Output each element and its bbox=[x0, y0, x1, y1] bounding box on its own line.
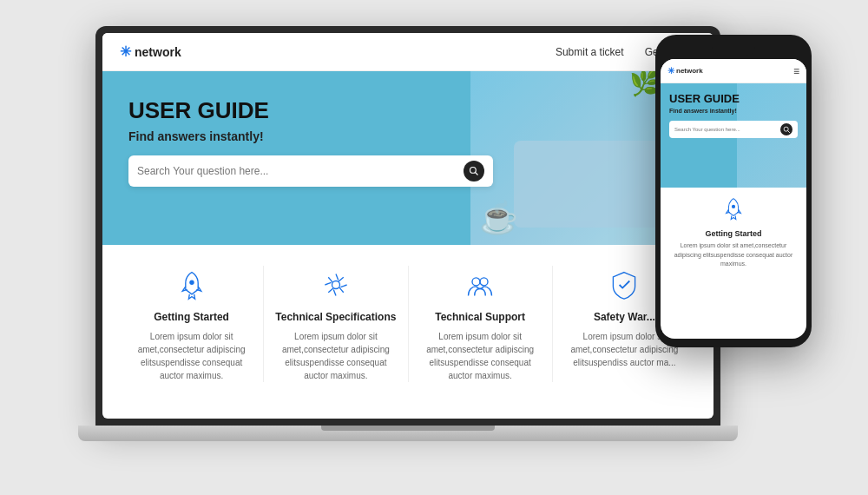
categories-section: Getting Started Lorem ipsum dolor sit am… bbox=[102, 245, 713, 403]
laptop-screen-outer: ✳ network Submit a ticket Get started 🌿 … bbox=[95, 26, 720, 426]
phone-logo: ✳ network bbox=[667, 66, 703, 76]
svg-point-3 bbox=[332, 281, 339, 289]
search-icon bbox=[469, 166, 479, 176]
cat-title-getting-started: Getting Started bbox=[128, 311, 254, 323]
laptop-screen-inner: ✳ network Submit a ticket Get started 🌿 … bbox=[102, 33, 713, 419]
phone-cat-title: Getting Started bbox=[669, 229, 798, 238]
cat-title-tech-specs: Technical Specifications bbox=[273, 311, 398, 323]
cat-desc-tech-support: Lorem ipsum dolor sit amet,consectetur a… bbox=[418, 330, 543, 382]
cat-title-tech-support: Technical Support bbox=[418, 311, 543, 323]
phone-category-getting-started: Getting Started Lorem ipsum dolor sit am… bbox=[661, 188, 806, 278]
phone-screen: ✳ network ≡ USER GUIDE Find answers inst… bbox=[661, 59, 806, 339]
svg-point-2 bbox=[189, 280, 194, 285]
svg-point-0 bbox=[470, 168, 477, 174]
svg-line-7 bbox=[787, 130, 789, 132]
hamburger-menu-button[interactable]: ≡ bbox=[793, 65, 799, 77]
phone-search-input[interactable] bbox=[674, 127, 780, 132]
gear-icon bbox=[273, 266, 398, 304]
svg-line-1 bbox=[476, 173, 478, 175]
site-logo: ✳ network bbox=[120, 43, 181, 60]
phone-logo-icon: ✳ bbox=[667, 66, 674, 76]
phone-hero: USER GUIDE Find answers instantly! bbox=[661, 83, 806, 188]
phone-nav: ✳ network ≡ bbox=[661, 59, 806, 83]
svg-point-6 bbox=[784, 127, 788, 131]
phone-hero-subtitle: Find answers instantly! bbox=[669, 108, 798, 114]
logo-icon: ✳ bbox=[120, 43, 131, 60]
search-bar bbox=[128, 155, 493, 187]
people-icon bbox=[418, 266, 543, 304]
category-getting-started: Getting Started Lorem ipsum dolor sit am… bbox=[120, 266, 264, 382]
phone-notch bbox=[712, 43, 755, 56]
phone-hero-title: USER GUIDE bbox=[669, 92, 798, 105]
phone-search-button[interactable] bbox=[780, 123, 792, 135]
scene: ✳ network Submit a ticket Get started 🌿 … bbox=[0, 0, 868, 495]
category-tech-support: Technical Support Lorem ipsum dolor sit … bbox=[409, 266, 553, 382]
phone-cat-desc: Lorem ipsum dolor sit amet,consectetur a… bbox=[669, 241, 798, 269]
search-button[interactable] bbox=[464, 161, 484, 182]
laptop-device: ✳ network Submit a ticket Get started 🌿 … bbox=[95, 26, 720, 469]
phone-logo-text: network bbox=[676, 67, 703, 75]
svg-point-8 bbox=[732, 205, 735, 208]
rocket-icon bbox=[128, 266, 254, 304]
submit-ticket-link[interactable]: Submit a ticket bbox=[556, 46, 624, 58]
logo-text: network bbox=[135, 45, 181, 59]
phone-search-icon bbox=[783, 126, 791, 134]
cat-desc-getting-started: Lorem ipsum dolor sit amet,consectetur a… bbox=[128, 330, 254, 382]
site-hero: 🌿 USER GUIDE Find answers instantly! bbox=[102, 71, 713, 245]
phone-search-bar bbox=[669, 121, 798, 138]
phone-device: ✳ network ≡ USER GUIDE Find answers inst… bbox=[655, 35, 812, 347]
laptop-base bbox=[78, 426, 738, 441]
site-nav: ✳ network Submit a ticket Get started bbox=[102, 33, 713, 71]
svg-point-5 bbox=[480, 278, 488, 286]
hero-title: USER GUIDE bbox=[128, 97, 687, 124]
search-input[interactable] bbox=[137, 165, 464, 177]
hero-subtitle: Find answers instantly! bbox=[128, 129, 687, 143]
cat-desc-tech-specs: Lorem ipsum dolor sit amet,consectetur a… bbox=[273, 330, 398, 382]
phone-rocket-icon bbox=[669, 196, 798, 226]
category-tech-specs: Technical Specifications Lorem ipsum dol… bbox=[264, 266, 408, 382]
svg-point-4 bbox=[472, 278, 480, 286]
